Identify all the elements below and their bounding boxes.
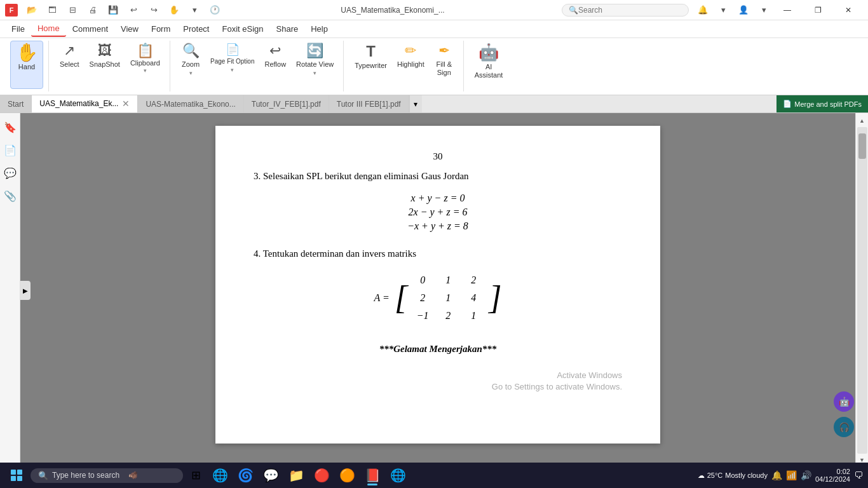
menu-comment[interactable]: Comment xyxy=(66,22,114,36)
snapshot-btn[interactable]: 🖼 SnapShot xyxy=(85,41,125,89)
notification-center-icon[interactable]: 🗨 xyxy=(854,470,863,480)
clipboard-btn[interactable]: 📋 Clipboard ▾ xyxy=(126,41,165,89)
menu-help[interactable]: Help xyxy=(304,22,334,36)
sidebar-collapse-arrow[interactable]: ▶ xyxy=(20,281,31,300)
m10: 2 xyxy=(420,292,425,304)
dropdown-btn[interactable]: ▾ xyxy=(186,3,203,18)
left-sidebar: 🔖 📄 💬 📎 xyxy=(0,113,20,468)
speaker-icon[interactable]: 🔊 xyxy=(801,470,811,480)
network-icon[interactable]: 🔔 xyxy=(771,470,782,480)
dropdown-notif-btn[interactable]: ▾ xyxy=(714,3,732,18)
ai-headphone-btn[interactable]: 🎧 xyxy=(834,417,854,437)
zoom-btn[interactable]: 🔍 Zoom ▾ xyxy=(177,41,205,89)
scroll-up-btn[interactable]: ▲ xyxy=(857,116,868,126)
tab-tutor4-label: Tutor_IV_FEB[1].pdf xyxy=(252,100,321,109)
titlebar-search[interactable]: 🔍 xyxy=(562,4,689,17)
taskbar-browser2-btn[interactable]: 🌐 xyxy=(386,464,409,487)
sidebar-attach-icon[interactable]: 📎 xyxy=(1,187,19,205)
menu-protect[interactable]: Protect xyxy=(177,22,215,36)
menu-file[interactable]: File xyxy=(5,22,31,36)
reflow-btn[interactable]: ↩ Reflow xyxy=(260,41,290,89)
new-tab-btn[interactable]: 🗔 xyxy=(43,3,61,18)
taskbar-search[interactable]: 🔍 Type here to search 🐗 xyxy=(31,468,183,483)
undo-btn[interactable]: ↩ xyxy=(125,3,142,18)
main-container: 🔖 📄 💬 📎 ▶ 30 3. Selesaikan SPL berikut d… xyxy=(0,113,868,468)
merge-split-btn[interactable]: 📄 Merge and split PDFs xyxy=(776,95,868,113)
win-square-br xyxy=(17,476,22,481)
tab-tutor4[interactable]: Tutor_IV_FEB[1].pdf xyxy=(244,95,329,113)
notification-btn[interactable]: 🔔 xyxy=(694,3,712,18)
right-scrollbar: ▲ ▼ xyxy=(855,113,868,468)
scroll-thumb[interactable] xyxy=(858,133,866,159)
taskbar-edge-btn[interactable]: 🌐 xyxy=(208,464,231,487)
zoom-label: Zoom xyxy=(182,60,200,69)
dropdown-user-btn[interactable]: ▾ xyxy=(755,3,773,18)
menu-view[interactable]: View xyxy=(114,22,145,36)
m00: 0 xyxy=(420,274,425,286)
snapshot-icon: 🖼 xyxy=(98,44,112,58)
titlebar: F 📂 🗔 ⊟ 🖨 💾 ↩ ↪ ✋ ▾ 🕐 UAS_Matematika_Eko… xyxy=(0,0,868,20)
maximize-btn[interactable]: ❐ xyxy=(803,0,832,20)
scroll-track[interactable] xyxy=(857,127,867,454)
tab-uas-ek-close[interactable]: ✕ xyxy=(122,98,130,109)
hand-tool-btn[interactable]: ✋ xyxy=(165,3,183,18)
minimize-btn[interactable]: — xyxy=(773,0,802,20)
taskbar-chrome2-btn[interactable]: 🟠 xyxy=(336,464,358,487)
hand-icon: ✋ xyxy=(16,44,38,62)
snapshot-label: SnapShot xyxy=(90,60,120,69)
time-display: 0:02 xyxy=(815,468,850,475)
windows-logo xyxy=(11,470,22,481)
tab-uas-ek[interactable]: UAS_Matematika_Ek... ✕ xyxy=(32,95,138,113)
print-btn[interactable]: 🖨 xyxy=(84,3,102,18)
weather-widget[interactable]: ☁ 25°C Mostly cloudy xyxy=(698,471,768,480)
pdf-area[interactable]: 30 3. Selesaikan SPL berikut dengan elim… xyxy=(20,113,855,468)
save-btn[interactable]: 💾 xyxy=(104,3,122,18)
split-btn[interactable]: ⊟ xyxy=(64,3,81,18)
redo-btn[interactable]: ↪ xyxy=(145,3,163,18)
typewriter-icon: T xyxy=(366,44,376,59)
tab-tutor3[interactable]: Tutor III FEB[1].pdf xyxy=(329,95,409,113)
fillsign-btn[interactable]: ✒ Fill &Sign xyxy=(430,41,458,89)
search-input[interactable] xyxy=(578,6,680,15)
menu-foxit-esign[interactable]: Foxit eSign xyxy=(215,22,269,36)
sidebar-comment-icon[interactable]: 💬 xyxy=(1,164,19,182)
clipboard-label: Clipboard xyxy=(130,59,160,67)
task-view-btn[interactable]: ⊞ xyxy=(186,465,206,485)
tab-start[interactable]: Start xyxy=(0,95,32,113)
highlight-btn[interactable]: ✏ Highlight xyxy=(393,41,429,89)
menu-share[interactable]: Share xyxy=(270,22,305,36)
menu-home[interactable]: Home xyxy=(31,21,66,37)
user-btn[interactable]: 👤 xyxy=(735,3,752,18)
taskbar-edge2-btn[interactable]: 🌀 xyxy=(234,464,257,487)
menu-form[interactable]: Form xyxy=(145,22,177,36)
taskbar-whatsapp-btn[interactable]: 💬 xyxy=(259,464,282,487)
taskbar-right: ☁ 25°C Mostly cloudy 🔔 📶 🔊 0:02 04/12/20… xyxy=(698,468,863,483)
start-btn[interactable] xyxy=(5,464,28,487)
taskbar-foxit-btn[interactable]: 📕 xyxy=(361,464,384,487)
tab-uas-eko2[interactable]: UAS-Matematika_Ekono... xyxy=(138,95,243,113)
taskbar-time[interactable]: 0:02 04/12/2024 xyxy=(815,468,850,483)
tabs-overflow-arrow[interactable]: ▾ xyxy=(409,95,422,113)
reflow-label: Reflow xyxy=(264,60,286,69)
ai-float-btn[interactable]: 🤖 xyxy=(834,391,854,412)
close-btn[interactable]: ✕ xyxy=(834,0,863,20)
m02: 2 xyxy=(471,274,476,286)
typewriter-btn[interactable]: T Typewriter xyxy=(350,41,391,89)
sidebar-bookmark-icon[interactable]: 🔖 xyxy=(1,118,19,136)
sidebar-page-icon[interactable]: 📄 xyxy=(1,141,19,159)
titlebar-actions: 📂 🗔 ⊟ 🖨 💾 ↩ ↪ ✋ ▾ 🕐 xyxy=(23,3,224,18)
pagefit-btn[interactable]: 📄 Page Fit Option ▾ xyxy=(206,41,259,89)
ai-assistant-btn[interactable]: 🤖 AIAssistant xyxy=(470,41,508,89)
eq1: x + y − z = 0 xyxy=(411,193,465,204)
watermark: Activate Windows Go to Settings to activ… xyxy=(492,370,622,393)
select-btn[interactable]: ↗ Select xyxy=(55,41,84,89)
rotateview-btn[interactable]: 🔄 Rotate View ▾ xyxy=(292,41,338,89)
matrix-label: A = xyxy=(374,292,390,304)
wifi-icon[interactable]: 📶 xyxy=(786,470,797,480)
open-btn[interactable]: 📂 xyxy=(23,3,41,18)
taskbar-chrome-btn[interactable]: 🔴 xyxy=(310,464,333,487)
win-square-tl xyxy=(11,470,16,475)
taskbar-files-btn[interactable]: 📁 xyxy=(285,464,308,487)
history-btn[interactable]: 🕐 xyxy=(206,3,224,18)
hand-tool-ribbon-btn[interactable]: ✋ Hand xyxy=(10,41,43,89)
